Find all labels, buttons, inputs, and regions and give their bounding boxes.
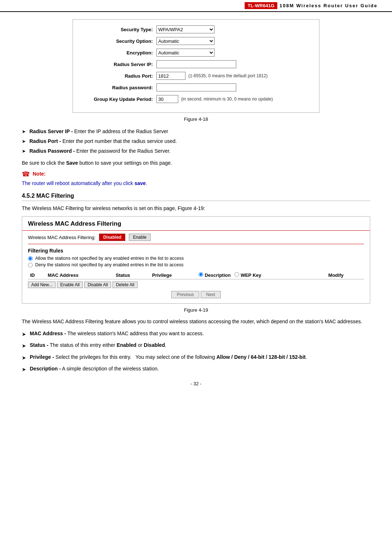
- radio-allow-row: Allow the stations not specified by any …: [28, 256, 364, 261]
- section452-intro: The Wireless MAC Filtering for wireless …: [22, 205, 370, 211]
- radio-allow[interactable]: [28, 256, 33, 261]
- field-radius-port: (1-65535, 0 means the default port 1812): [156, 72, 268, 80]
- note-phone-icon: ☎: [22, 170, 30, 178]
- form-row-security-type: Security Type: WPA/WPA2: [84, 25, 308, 33]
- desc-bullet-2: ➤ Status - The status of this entry eith…: [22, 341, 370, 350]
- bullet18-3-text: Radius Password - Enter the password for…: [29, 147, 171, 155]
- th-description: Description WEP Key: [196, 271, 326, 279]
- desc-bullet-4-text: Description - A simple description of th…: [30, 365, 159, 373]
- label-radius-ip: Radius Server IP:: [84, 62, 156, 67]
- select-security-option[interactable]: Automatic: [156, 37, 215, 45]
- group-key-hint: (in second, minimum is 30, 0 means no up…: [181, 97, 273, 102]
- mac-filter-status-row: Wireless MAC Address Filtering: Disabled…: [28, 231, 364, 244]
- figure18-caption: Figure 4-18: [22, 116, 370, 122]
- radio-wep-key[interactable]: [234, 272, 239, 277]
- arrow-icon-d3: ➤: [22, 354, 26, 362]
- mac-filter-box: Wireless MAC Address Filtering Wireless …: [22, 216, 370, 304]
- form-row-radius-password: Radius password:: [84, 83, 308, 91]
- radius-port-hint: (1-65535, 0 means the default port 1812): [188, 73, 268, 78]
- radio-allow-label: Allow the stations not specified by any …: [35, 256, 184, 261]
- bullets18-list: ➤ Radius Server IP - Enter the IP addres…: [22, 128, 370, 155]
- input-radius-port[interactable]: [156, 72, 185, 80]
- label-group-key: Group Key Update Period:: [84, 97, 156, 102]
- field-security-type: WPA/WPA2: [156, 25, 215, 33]
- label-security-type: Security Type:: [84, 27, 156, 32]
- form-row-encryption: Encryption: Automatic: [84, 49, 308, 57]
- th-wep-label: WEP Key: [241, 272, 261, 278]
- form-row-radius-ip: Radius Server IP:: [84, 60, 308, 68]
- arrow-icon-d2: ➤: [22, 342, 26, 350]
- desc-bullet-3: ➤ Privilege - Select the privileges for …: [22, 353, 370, 362]
- add-new-button[interactable]: Add New...: [28, 282, 56, 288]
- mac-address-table: ID MAC Address Status Privilege Descript…: [28, 271, 364, 279]
- page-number: - 32 -: [22, 381, 370, 386]
- desc-bullet-1: ➤ MAC Address - The wireless station's M…: [22, 329, 370, 338]
- mac-table-buttons: Add New... Enable All Disable All Delete…: [28, 282, 364, 288]
- th-id: ID: [28, 271, 45, 279]
- section452-heading: 4.5.2 MAC Filtering: [22, 193, 370, 201]
- field-group-key: (in second, minimum is 30, 0 means no up…: [156, 95, 273, 103]
- select-security-type[interactable]: WPA/WPA2: [156, 25, 215, 33]
- field-radius-ip: [156, 60, 236, 68]
- label-security-option: Security Option:: [84, 38, 156, 44]
- filtering-rules-heading: Filtering Rules: [28, 248, 364, 254]
- mac-disabled-button[interactable]: Disabled: [99, 234, 125, 241]
- form-row-group-key: Group Key Update Period: (in second, min…: [84, 95, 308, 103]
- header-model: TL-WR641G: [245, 2, 277, 9]
- bullet18-2: ➤ Radius Port - Enter the port number th…: [22, 138, 370, 145]
- enable-all-button[interactable]: Enable All: [57, 282, 83, 288]
- page-content: Security Type: WPA/WPA2 Security Option:…: [0, 19, 392, 386]
- mac-enable-button[interactable]: Enable: [129, 234, 150, 241]
- radio-description[interactable]: [199, 272, 203, 277]
- disable-all-button[interactable]: Disable All: [84, 282, 111, 288]
- mac-nav-row: Previous Next: [28, 288, 364, 300]
- mac-table-header-row: ID MAC Address Status Privilege Descript…: [28, 271, 364, 279]
- input-radius-ip[interactable]: [156, 60, 236, 68]
- delete-all-button[interactable]: Delete All: [113, 282, 138, 288]
- radio-deny[interactable]: [28, 263, 33, 267]
- arrow-icon-1: ➤: [22, 128, 26, 135]
- arrow-icon-2: ➤: [22, 138, 26, 145]
- arrow-icon-d1: ➤: [22, 330, 26, 338]
- label-encryption: Encryption:: [84, 50, 156, 56]
- mac-filter-inner: Wireless MAC Address Filtering: Disabled…: [22, 231, 370, 303]
- desc-intro: The Wireless MAC Address Filtering featu…: [22, 319, 370, 324]
- desc-bullet-4: ➤ Description - A simple description of …: [22, 365, 370, 373]
- input-radius-password[interactable]: [156, 83, 236, 91]
- desc-bullets-list: ➤ MAC Address - The wireless station's M…: [22, 329, 370, 374]
- th-desc-label: Description: [205, 272, 231, 278]
- desc-bullet-3-text: Privilege - Select the privileges for th…: [30, 353, 307, 361]
- bullet18-1: ➤ Radius Server IP - Enter the IP addres…: [22, 128, 370, 135]
- previous-button[interactable]: Previous: [171, 291, 199, 298]
- th-mac-address: MAC Address: [45, 271, 113, 279]
- input-group-key[interactable]: [156, 95, 178, 103]
- header-title: 108M Wireless Router User Guide: [279, 3, 377, 8]
- field-security-option: Automatic: [156, 37, 215, 45]
- note-text: The router will reboot automatically aft…: [22, 180, 370, 186]
- form-row-security-option: Security Option: Automatic: [84, 37, 308, 45]
- radio-deny-row: Deny the stations not specified by any e…: [28, 262, 364, 267]
- form-row-radius-port: Radius Port: (1-65535, 0 means the defau…: [84, 72, 308, 80]
- th-status: Status: [114, 271, 150, 279]
- note-section: ☎ Note:: [22, 171, 370, 178]
- label-radius-password: Radius password:: [84, 85, 156, 90]
- mac-filter-row-label: Wireless MAC Address Filtering:: [28, 235, 95, 240]
- field-encryption: Automatic: [156, 49, 215, 57]
- select-encryption[interactable]: Automatic: [156, 49, 215, 57]
- next-button[interactable]: Next: [201, 291, 221, 298]
- bullet18-3: ➤ Radius Password - Enter the password f…: [22, 147, 370, 155]
- bullet18-1-text: Radius Server IP - Enter the IP address …: [29, 128, 168, 135]
- figure18-form: Security Type: WPA/WPA2 Security Option:…: [73, 19, 319, 113]
- save-note: Be sure to click the Save button to save…: [22, 160, 370, 166]
- field-radius-password: [156, 83, 236, 91]
- figure19-caption: Figure 4-19: [22, 307, 370, 313]
- desc-bullet-1-text: MAC Address - The wireless station's MAC…: [30, 329, 204, 337]
- desc-bullet-2-text: Status - The status of this entry either…: [30, 341, 166, 349]
- mac-filter-title: Wireless MAC Address Filtering: [22, 217, 370, 231]
- page-header: TL-WR641G 108M Wireless Router User Guid…: [0, 0, 392, 12]
- note-label: Note:: [33, 171, 46, 177]
- bullet18-2-text: Radius Port - Enter the port number that…: [29, 138, 177, 145]
- label-radius-port: Radius Port:: [84, 73, 156, 79]
- arrow-icon-d4: ➤: [22, 365, 26, 373]
- th-privilege: Privilege: [150, 271, 196, 279]
